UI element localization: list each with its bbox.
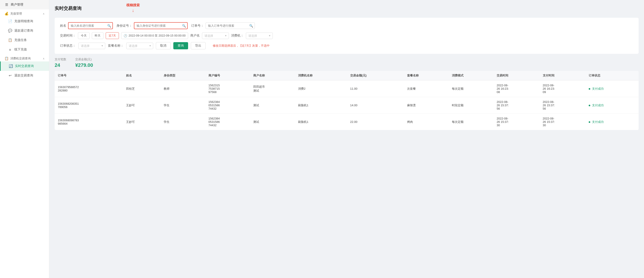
cell-name: 王妙可 bbox=[123, 97, 160, 114]
id-label: 身份证号： bbox=[116, 24, 132, 28]
order-input[interactable] bbox=[206, 23, 255, 29]
cell-package: 烤肉 bbox=[404, 114, 449, 130]
name-search-icon[interactable]: 🔍 bbox=[107, 24, 111, 28]
sidebar-item-recharge-detail[interactable]: 📄 充值明细查询 bbox=[0, 17, 49, 26]
id-input[interactable] bbox=[134, 22, 188, 29]
package-label: 套餐名称： bbox=[108, 44, 124, 48]
package-select[interactable]: 请选择 bbox=[126, 43, 153, 49]
cell-package: 次套餐 bbox=[404, 81, 449, 97]
cell-order-no: 1563068098783 985664 bbox=[55, 114, 123, 130]
cell-id-type: 教师 bbox=[160, 81, 205, 97]
cell-id-type: 学生 bbox=[160, 97, 205, 114]
query-button[interactable]: 查询 bbox=[173, 42, 188, 49]
today-btn[interactable]: 今天 bbox=[78, 32, 90, 39]
sidebar-item-recharge-task[interactable]: 📋 充值任务 bbox=[0, 36, 49, 45]
col-status: 订单状态 bbox=[586, 71, 639, 81]
main-content: 实时交易查询 模糊搜索 ↓ 姓名 🔍 身份证号： 🔍 bbox=[49, 0, 644, 278]
sidebar-item-offline-recharge[interactable]: ≡ 线下充值 bbox=[0, 45, 49, 54]
realtime-icon: 🔄 bbox=[9, 64, 13, 68]
sidebar-item-realtime-query[interactable]: 🔄 实时交易查询 bbox=[0, 61, 49, 71]
cell-pay-time: 2022-08- 26 16:23: 09 bbox=[540, 81, 586, 97]
sidebar-section-consumer[interactable]: 📋 消费机交易查询 ∧ bbox=[0, 54, 49, 61]
date-range-picker[interactable]: 🕐 2022-09-14 00:00:0 至 2022-09-15 00:00:… bbox=[121, 32, 188, 39]
table-row: 1563079588572 282880 田桂芝 教师 1562315 7538… bbox=[55, 81, 639, 97]
id-search-icon[interactable]: 🔍 bbox=[182, 24, 186, 28]
sidebar-section-recharge[interactable]: 💰 充值管理 ∧ bbox=[0, 10, 49, 17]
merchant-select-wrap: 请选择 ▼ bbox=[202, 33, 229, 39]
annotation-fuzzy-search: 模糊搜索 bbox=[126, 3, 140, 8]
export-button[interactable]: 导出 bbox=[191, 42, 206, 49]
cancel-button[interactable]: 取消 bbox=[156, 42, 171, 49]
cell-name: 田桂芝 bbox=[123, 81, 160, 97]
cell-tx-time: 2022-08- 26 15:37: 56 bbox=[494, 97, 540, 114]
order-status-wrap: 请选择 ▼ bbox=[78, 43, 105, 49]
search-panel: 姓名 🔍 身份证号： 🔍 订单号： 🔍 bbox=[55, 18, 639, 54]
recharge-task-icon: 📋 bbox=[8, 38, 12, 42]
cell-machine: 刷脸机1 bbox=[295, 97, 347, 114]
table-row: 1563068208351 789056 王妙可 学生 1562384 0531… bbox=[55, 97, 639, 114]
cell-machine: 消费2 bbox=[295, 81, 347, 97]
machine-select-wrap: 请选择 ▼ bbox=[246, 33, 273, 39]
col-name: 姓名 bbox=[123, 71, 160, 81]
status-badge: 支付成功 bbox=[589, 104, 604, 107]
cell-merchant-no: 1562384 0531586 74432 bbox=[205, 114, 250, 130]
name-input-wrap: 🔍 bbox=[68, 22, 113, 29]
col-mode: 消费模式 bbox=[449, 71, 494, 81]
cell-id-type: 学生 bbox=[160, 114, 205, 130]
order-status-label: 订单状态： bbox=[60, 44, 76, 48]
recharge-icon: 💰 bbox=[4, 12, 8, 16]
cell-machine: 刷脸机1 bbox=[295, 114, 347, 130]
sidebar-item-refund-tx[interactable]: ↩ 退款交易查询 bbox=[0, 71, 49, 80]
data-table-wrap: 订单号 姓名 身份类型 商户编号 商户名称 消费机名称 交易金额(元) 套餐名称… bbox=[55, 71, 639, 130]
status-badge: 支付成功 bbox=[589, 120, 604, 124]
cell-name: 王妙可 bbox=[123, 114, 160, 130]
date-annotation: 修改日期选择器后，【近7天】灰显，不选中 bbox=[213, 44, 270, 48]
col-machine-name: 消费机名称 bbox=[295, 71, 347, 81]
consumer-icon: 📋 bbox=[4, 57, 8, 61]
package-select-wrap: 请选择 ▼ bbox=[126, 43, 153, 49]
col-order-no: 订单号 bbox=[55, 71, 123, 81]
cell-status: 支付成功 bbox=[586, 81, 639, 97]
search-row-3: 订单状态： 请选择 ▼ 套餐名称： 请选择 ▼ 取消 查询 导出 修改日期选择器… bbox=[60, 42, 633, 49]
refund-query-icon: 💬 bbox=[8, 29, 12, 33]
order-search-icon[interactable]: 🔍 bbox=[249, 24, 253, 28]
col-pay-time: 支付时间 bbox=[540, 71, 586, 81]
order-status-select[interactable]: 请选择 bbox=[78, 43, 105, 49]
cell-mode: 每次定额 bbox=[449, 114, 494, 130]
cell-pay-time: 2022-08- 26 15:37: 56 bbox=[540, 97, 586, 114]
stat-amount-label: 交易金额(元) bbox=[75, 57, 93, 61]
order-field: 订单号： 🔍 bbox=[191, 23, 255, 29]
search-row-2: 交易时间： 今天 昨天 近7天 🕐 2022-09-14 00:00:0 至 2… bbox=[60, 32, 633, 39]
cell-merchant-no: 1562384 0531586 74432 bbox=[205, 97, 250, 114]
cell-order-no: 1563068208351 789056 bbox=[55, 97, 123, 114]
cell-amount: 14.00 bbox=[347, 97, 404, 114]
cell-order-no: 1563079588572 282880 bbox=[55, 81, 123, 97]
merchant-select[interactable]: 请选择 bbox=[202, 33, 229, 39]
cell-tx-time: 2022-08- 26 16:23: 08 bbox=[494, 81, 540, 97]
machine-select[interactable]: 请选择 bbox=[246, 33, 273, 39]
col-tx-time: 交易时间 bbox=[494, 71, 540, 81]
col-package: 套餐名称 bbox=[404, 71, 449, 81]
order-label: 订单号： bbox=[191, 24, 204, 28]
cell-merchant-no: 1562315 7538715 97568 bbox=[205, 81, 250, 97]
merchant-icon: ☰ bbox=[4, 3, 8, 7]
stat-count: 支付笔数 24 bbox=[55, 57, 66, 68]
cell-status: 支付成功 bbox=[586, 97, 639, 114]
cell-status: 支付成功 bbox=[586, 114, 639, 130]
stat-amount-value: ¥279.00 bbox=[75, 62, 93, 68]
cell-amount: 22.00 bbox=[347, 114, 404, 130]
yesterday-btn[interactable]: 昨天 bbox=[92, 32, 104, 39]
7days-btn[interactable]: 近7天 bbox=[106, 32, 119, 39]
machine-label: 消费机： bbox=[231, 34, 244, 38]
sidebar-item-refund-query[interactable]: 💬 退款退订查询 bbox=[0, 26, 49, 36]
time-label: 交易时间： bbox=[60, 34, 76, 38]
cell-merchant-name: 测试 bbox=[250, 114, 295, 130]
sidebar-item-merchant[interactable]: ☰ 商户管理 bbox=[0, 0, 49, 10]
status-dot bbox=[589, 121, 590, 123]
col-merchant-no: 商户编号 bbox=[205, 71, 250, 81]
recharge-chevron: ∧ bbox=[43, 12, 44, 15]
annotation-arrow-down: ↓ bbox=[132, 8, 134, 13]
refund-tx-icon: ↩ bbox=[8, 74, 12, 78]
name-input[interactable] bbox=[68, 22, 113, 29]
cell-tx-time: 2022-08- 26 15:37: 30 bbox=[494, 114, 540, 130]
